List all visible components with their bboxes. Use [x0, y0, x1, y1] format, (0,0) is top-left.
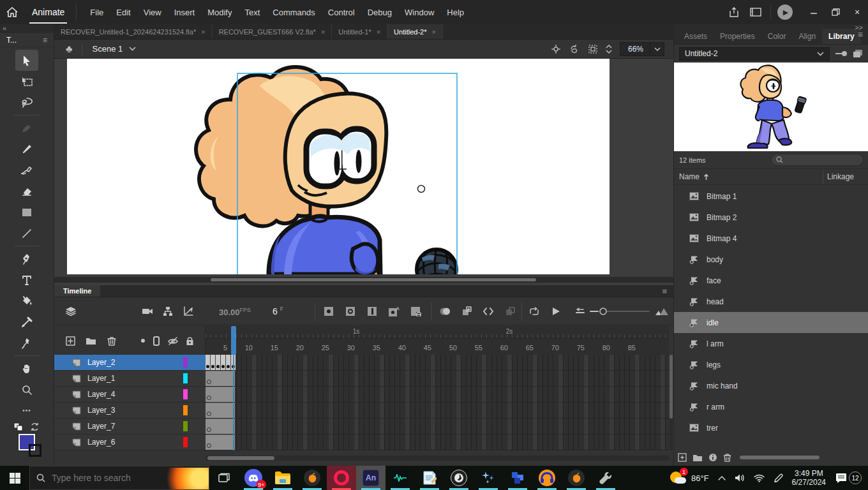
menu-item[interactable]: Insert — [168, 5, 201, 20]
asset-warp-pin-tool[interactable] — [15, 332, 38, 353]
layer-row[interactable]: Layer_6 — [54, 434, 206, 450]
insert-keyframe-icon[interactable] — [321, 304, 336, 318]
frame-span[interactable] — [206, 371, 236, 386]
linkage-column-header[interactable]: Linkage — [827, 172, 854, 181]
stage-scroll-thumb[interactable] — [211, 278, 536, 281]
frame-row[interactable] — [206, 355, 669, 371]
new-library-panel-icon[interactable] — [853, 49, 863, 58]
new-folder-icon[interactable] — [692, 454, 703, 462]
library-item-row[interactable]: Bitmap 4 — [674, 228, 868, 249]
tools-menu-icon[interactable]: ≡ — [43, 36, 47, 45]
library-document-select[interactable]: Untitled-2 — [679, 47, 830, 61]
clip-content-icon[interactable] — [588, 44, 598, 54]
zoom-stepper[interactable] — [606, 44, 612, 54]
paint-brush-tool[interactable] — [15, 160, 38, 181]
menu-item[interactable]: File — [84, 5, 109, 20]
restore-button[interactable] — [825, 3, 846, 22]
library-scroll-thumb[interactable] — [740, 456, 819, 459]
hide-layers-icon[interactable] — [166, 334, 180, 348]
notepad-icon[interactable] — [415, 466, 444, 490]
graph-editor-icon[interactable] — [181, 304, 196, 318]
share-icon[interactable] — [723, 4, 745, 20]
stage-horizontal-scrollbar[interactable] — [54, 277, 673, 283]
frame-row[interactable] — [206, 371, 669, 387]
pen-tool[interactable] — [15, 248, 38, 269]
timeline-vscroll-thumb[interactable] — [670, 355, 673, 419]
panel-tab[interactable]: Color — [761, 29, 793, 44]
start-button[interactable] — [0, 466, 29, 490]
layer-row[interactable]: Layer_1 — [54, 371, 206, 387]
timeline-zoom-slider[interactable] — [589, 304, 650, 318]
workspace-icon[interactable] — [745, 4, 767, 20]
pin-library-icon[interactable] — [835, 50, 848, 57]
tools-wrench-icon[interactable] — [591, 466, 620, 490]
layer-row[interactable]: Layer_4 — [54, 387, 206, 403]
more-tools-icon[interactable]: ••• — [15, 400, 38, 421]
frame-row[interactable] — [206, 387, 669, 403]
volume-icon[interactable] — [735, 473, 745, 482]
selection-tool[interactable] — [15, 50, 38, 71]
frame-span[interactable] — [206, 434, 236, 450]
loop-icon[interactable] — [527, 304, 542, 318]
layer-parenting-icon[interactable] — [160, 304, 176, 318]
menu-item[interactable]: Debug — [362, 5, 398, 20]
default-colors-icon[interactable] — [13, 422, 24, 431]
stage-pasteboard[interactable] — [54, 59, 673, 285]
frame-span[interactable] — [206, 403, 236, 418]
insert-frame-icon[interactable] — [364, 304, 380, 318]
library-item-row[interactable]: l arm — [674, 333, 868, 354]
library-item-row[interactable]: Bitmap 2 — [674, 207, 868, 228]
hand-tool[interactable] — [15, 358, 38, 379]
edit-symbols-icon[interactable]: ♣ — [66, 43, 73, 55]
timeline-vertical-scrollbar[interactable] — [670, 355, 673, 450]
outline-layers-icon[interactable] — [149, 334, 163, 348]
library-item-row[interactable]: face — [674, 270, 868, 291]
task-view-button[interactable] — [209, 466, 239, 490]
fl-studio-2-icon[interactable] — [562, 466, 591, 490]
discord-taskbar-icon[interactable]: 9+ — [239, 466, 268, 490]
layer-color-swatch[interactable] — [183, 405, 188, 415]
panel-tab[interactable]: Align — [792, 29, 822, 44]
layer-color-swatch[interactable] — [183, 437, 188, 447]
stroke-color-swatch[interactable] — [29, 444, 41, 457]
menu-item[interactable]: Help — [441, 5, 470, 20]
tray-expand-icon[interactable] — [718, 475, 726, 480]
eyedropper-tool[interactable] — [15, 311, 38, 332]
auto-keyframe-icon[interactable]: A — [386, 304, 401, 318]
tab-close-icon[interactable]: × — [377, 28, 380, 36]
puzzle-app-icon[interactable] — [503, 466, 532, 490]
highlight-layers-icon[interactable] — [136, 334, 150, 348]
layer-color-swatch[interactable] — [183, 389, 188, 399]
frame-row[interactable] — [206, 434, 669, 450]
frame-span[interactable] — [206, 419, 236, 434]
tab-close-icon[interactable]: × — [201, 28, 205, 36]
timeline-menu-icon[interactable]: ≡ — [655, 285, 673, 297]
library-item-row[interactable]: trer — [674, 417, 868, 438]
close-button[interactable]: × — [846, 3, 868, 22]
lock-layers-icon[interactable] — [183, 334, 197, 348]
onion-skin-icon[interactable] — [437, 304, 453, 318]
menu-item[interactable]: Modify — [202, 5, 237, 20]
new-symbol-icon[interactable] — [678, 453, 687, 462]
delete-item-icon[interactable] — [723, 453, 731, 462]
current-frame[interactable]: 6 F — [273, 306, 283, 316]
layer-row[interactable]: Layer_7 — [54, 419, 206, 434]
obs-studio-icon[interactable] — [444, 466, 474, 490]
frame-span[interactable] — [206, 387, 236, 402]
camera-icon[interactable] — [140, 304, 155, 318]
brush-tool[interactable] — [15, 138, 38, 160]
paste-frames-icon[interactable] — [459, 304, 474, 318]
remove-frames-icon[interactable] — [408, 304, 423, 318]
minimize-button[interactable] — [803, 3, 825, 22]
layer-stack-icon[interactable] — [63, 304, 79, 318]
zoom-level-select[interactable]: 66% — [620, 42, 664, 56]
opera-gx-icon[interactable] — [327, 466, 356, 490]
reset-timeline-zoom-icon[interactable] — [572, 304, 588, 318]
menu-item[interactable]: Window — [399, 5, 440, 20]
test-movie-button[interactable]: ▶ — [777, 4, 793, 20]
collapse-panel-icon[interactable]: « — [0, 24, 54, 33]
zoom-tool[interactable] — [15, 379, 38, 400]
item-properties-icon[interactable] — [708, 453, 717, 462]
menu-item[interactable]: Commands — [267, 5, 320, 20]
subselection-tool[interactable] — [15, 71, 38, 92]
